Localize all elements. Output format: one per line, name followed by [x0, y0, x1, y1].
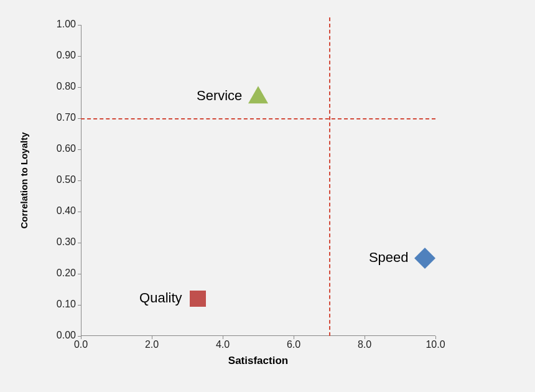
x-axis-title: Satisfaction: [81, 355, 435, 367]
x-tick-label: 6.0: [281, 339, 306, 350]
y-tick-label: 0.90: [51, 50, 76, 61]
y-tick-label: 1.00: [51, 19, 76, 30]
square-icon: [190, 291, 206, 307]
y-tick-label: 0.70: [51, 112, 76, 123]
y-tick-label: 0.30: [51, 236, 76, 248]
data-point-label: Service: [197, 88, 242, 104]
x-tick-label: 10.0: [423, 339, 448, 350]
reference-line-horizontal: [81, 118, 435, 119]
y-tick-label: 0.10: [51, 299, 76, 310]
y-tick-label: 0.80: [51, 81, 76, 92]
y-tick: [78, 149, 81, 150]
y-tick: [78, 87, 81, 88]
y-tick-label: 0.40: [51, 205, 76, 217]
data-point-label: Speed: [369, 250, 409, 266]
y-tick: [78, 56, 81, 57]
x-tick: [365, 336, 365, 339]
y-tick: [78, 212, 81, 212]
x-tick: [152, 336, 152, 339]
y-tick: [78, 180, 81, 181]
x-tick-label: 2.0: [139, 339, 164, 350]
scatter-chart: Correlation to Loyalty Satisfaction 0.00…: [0, 0, 535, 392]
y-tick: [78, 274, 81, 274]
y-axis-title: Correlation to Loyalty: [19, 132, 29, 228]
x-tick: [435, 336, 436, 339]
x-tick: [81, 336, 81, 339]
x-tick-label: 8.0: [352, 339, 377, 350]
x-tick-label: 0.0: [68, 339, 93, 350]
x-tick-label: 4.0: [210, 339, 235, 350]
x-tick: [223, 336, 223, 339]
y-tick-label: 0.20: [51, 268, 76, 279]
y-tick: [78, 243, 81, 243]
reference-line-vertical: [329, 17, 330, 336]
x-tick: [294, 336, 294, 339]
plot-area: [81, 25, 435, 336]
data-point-label: Quality: [139, 290, 182, 306]
triangle-icon: [248, 86, 268, 103]
y-tick: [78, 305, 81, 306]
y-tick-label: 0.50: [51, 174, 76, 185]
y-tick-label: 0.60: [51, 143, 76, 154]
y-tick: [78, 25, 81, 26]
